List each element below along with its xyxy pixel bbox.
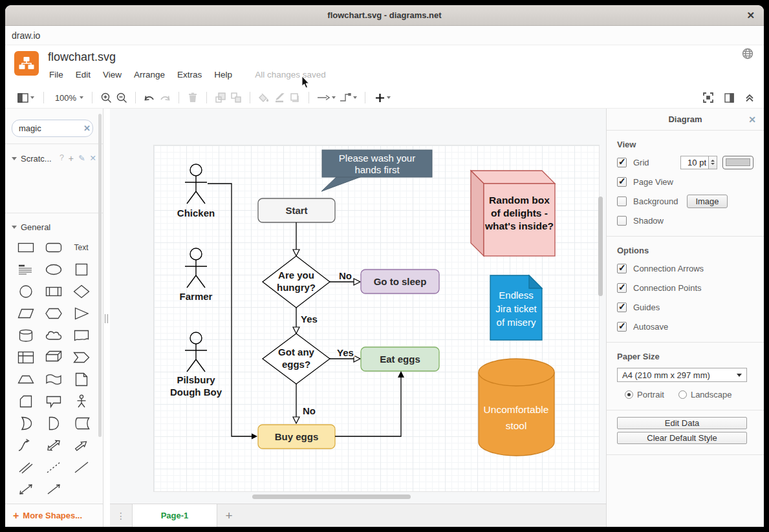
- menu-view[interactable]: View: [103, 70, 122, 80]
- delete-button[interactable]: [185, 90, 200, 105]
- shape-curve[interactable]: [12, 436, 39, 454]
- node-random-box[interactable]: Random box of delights - what's inside?: [471, 171, 555, 256]
- pages-menu-icon[interactable]: ⋮: [110, 504, 132, 527]
- redo-button[interactable]: [157, 90, 173, 105]
- edge-no-to-buy[interactable]: No: [293, 384, 316, 423]
- shape-parallelogram[interactable]: [12, 304, 39, 322]
- line-color-button[interactable]: [272, 90, 287, 105]
- insert-button[interactable]: [371, 90, 395, 105]
- menu-help[interactable]: Help: [214, 70, 232, 80]
- zoom-in-button[interactable]: [98, 90, 114, 105]
- window-close-icon[interactable]: ✕: [746, 10, 755, 21]
- shape-hexagon[interactable]: [39, 304, 67, 322]
- undo-button[interactable]: [142, 90, 157, 105]
- background-checkbox[interactable]: [617, 197, 627, 206]
- edge-yes-to-eggs[interactable]: Yes: [293, 308, 318, 334]
- shape-directional-connector[interactable]: [39, 480, 67, 498]
- shape-line[interactable]: [67, 458, 95, 476]
- page-view-checkbox[interactable]: [617, 177, 627, 187]
- actor-chicken[interactable]: [185, 164, 207, 204]
- scratchpad-add-icon[interactable]: +: [69, 153, 74, 164]
- grid-size-input[interactable]: [680, 156, 709, 169]
- landscape-radio[interactable]: [678, 390, 687, 399]
- connection-arrows-checkbox[interactable]: [617, 264, 627, 273]
- edge-no-to-sleep[interactable]: No: [330, 270, 360, 285]
- shape-square[interactable]: [67, 261, 95, 278]
- shape-note[interactable]: [67, 370, 95, 388]
- shape-card[interactable]: [12, 392, 39, 410]
- shape-actor[interactable]: [67, 392, 95, 410]
- panel-close-icon[interactable]: ✕: [748, 114, 756, 125]
- sidebar-resize-gutter[interactable]: [103, 109, 110, 527]
- edge-buy-to-eat[interactable]: [335, 371, 404, 436]
- grid-checkbox[interactable]: [617, 158, 627, 167]
- background-image-button[interactable]: Image: [687, 195, 727, 208]
- menu-arrange[interactable]: Arrange: [134, 70, 165, 80]
- grid-color-button[interactable]: [722, 156, 753, 169]
- to-back-button[interactable]: [228, 90, 244, 105]
- portrait-radio[interactable]: [625, 390, 633, 399]
- sidebar-scrollbar[interactable]: [98, 114, 102, 437]
- edge-start-to-hungry[interactable]: [293, 222, 299, 256]
- paper-size-select[interactable]: A4 (210 mm x 297 mm): [617, 368, 747, 382]
- fullscreen-button[interactable]: [700, 90, 716, 105]
- waypoint-style-button[interactable]: [337, 90, 359, 105]
- shape-cloud[interactable]: [39, 326, 67, 344]
- node-go-to-sleep[interactable]: Go to sleep: [361, 270, 439, 293]
- node-buy-eggs[interactable]: Buy eggs: [258, 425, 335, 449]
- shape-triangle[interactable]: [67, 304, 95, 322]
- shape-or[interactable]: [12, 414, 39, 432]
- connection-style-button[interactable]: [315, 90, 337, 105]
- shape-and[interactable]: [39, 414, 67, 432]
- edge-yes-to-eat[interactable]: Yes: [330, 347, 360, 362]
- shape-diamond[interactable]: [67, 282, 95, 300]
- shape-document[interactable]: [67, 326, 95, 344]
- shape-step[interactable]: [67, 348, 95, 366]
- menu-file[interactable]: File: [49, 70, 63, 80]
- shape-cube[interactable]: [39, 348, 67, 366]
- edge-chicken-to-buy-eggs[interactable]: [208, 184, 257, 440]
- edit-data-button[interactable]: Edit Data: [617, 417, 747, 429]
- actor-farmer[interactable]: [185, 248, 207, 288]
- shape-dashed-line[interactable]: [39, 458, 67, 476]
- shape-rectangle[interactable]: [12, 239, 39, 256]
- shape-arrow[interactable]: [67, 436, 95, 454]
- scratchpad-section-header[interactable]: Scratc... ? + ✎ ✕: [5, 149, 103, 167]
- zoom-level-button[interactable]: 100%: [50, 90, 86, 105]
- node-eat-eggs[interactable]: Eat eggs: [361, 347, 439, 371]
- clear-search-icon[interactable]: ✕: [83, 123, 91, 133]
- shape-ellipse[interactable]: [39, 261, 67, 278]
- clear-default-style-button[interactable]: Clear Default Style: [617, 432, 747, 444]
- shape-rounded-rectangle[interactable]: [39, 239, 67, 256]
- shadow-button[interactable]: [287, 90, 303, 105]
- more-shapes-button[interactable]: + More Shapes...: [5, 504, 103, 527]
- scratchpad-close-icon[interactable]: ✕: [90, 153, 96, 164]
- connection-points-checkbox[interactable]: [617, 283, 627, 293]
- guides-checkbox[interactable]: [617, 303, 627, 312]
- to-front-button[interactable]: [213, 90, 228, 105]
- autosave-checkbox[interactable]: [617, 322, 627, 332]
- actor-pilsbury[interactable]: [185, 332, 207, 372]
- zoom-out-button[interactable]: [114, 90, 129, 105]
- add-page-button[interactable]: +: [217, 504, 241, 527]
- shape-search-input[interactable]: [12, 120, 93, 137]
- grid-size-stepper[interactable]: [709, 156, 717, 169]
- shape-textbox[interactable]: [12, 261, 39, 278]
- node-jira-ticket[interactable]: Endless Jira ticket of misery: [490, 275, 542, 340]
- canvas-vertical-scrollbar[interactable]: [598, 197, 603, 296]
- shape-callout[interactable]: [39, 392, 67, 410]
- node-start[interactable]: Start: [258, 198, 335, 222]
- shape-data-storage[interactable]: [67, 414, 95, 432]
- general-section-header[interactable]: General: [5, 218, 103, 236]
- shape-bidirectional-connector[interactable]: [12, 480, 39, 498]
- fill-color-button[interactable]: [256, 90, 272, 105]
- scratchpad-help-icon[interactable]: ?: [60, 153, 64, 164]
- shape-process[interactable]: [39, 282, 67, 300]
- collapse-handle-icon[interactable]: [105, 314, 108, 323]
- shadow-checkbox[interactable]: [617, 216, 627, 226]
- scratchpad-edit-icon[interactable]: ✎: [78, 153, 85, 164]
- shape-link[interactable]: [12, 458, 39, 476]
- menu-edit[interactable]: Edit: [76, 70, 91, 80]
- node-are-you-hungry[interactable]: Are you hungry?: [263, 256, 330, 308]
- shape-bidirectional-arrow[interactable]: [39, 436, 67, 454]
